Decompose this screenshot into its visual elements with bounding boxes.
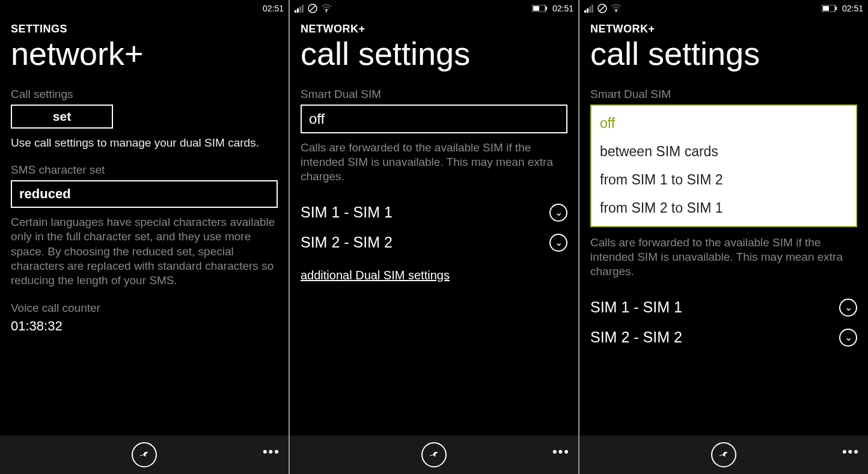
svg-point-6: [326, 11, 327, 12]
call-settings-label: Call settings: [11, 88, 278, 101]
page-title: network+: [11, 37, 278, 71]
content: NETWORK+ call settings Smart Dual SIM of…: [579, 17, 868, 436]
sms-charset-label: SMS character set: [11, 163, 278, 177]
smart-dual-sim-select[interactable]: off: [301, 105, 567, 133]
svg-rect-10: [584, 10, 586, 13]
sim1-label: SIM 1 - SIM 1: [590, 299, 682, 316]
dropdown-option-sim2to1[interactable]: from SIM 2 to SIM 1: [591, 194, 856, 222]
more-button[interactable]: •••: [842, 444, 860, 460]
svg-rect-13: [591, 5, 593, 13]
app-bar: •••: [0, 436, 289, 474]
svg-rect-12: [589, 7, 591, 13]
voice-counter-value: 01:38:32: [11, 318, 278, 334]
svg-rect-0: [295, 10, 296, 13]
eyebrow: SETTINGS: [11, 23, 278, 35]
svg-rect-19: [823, 6, 829, 11]
pin-icon: [718, 449, 730, 461]
svg-rect-3: [302, 5, 304, 13]
no-data-icon: [308, 4, 317, 13]
pin-icon: [428, 449, 440, 461]
dropdown-option-between[interactable]: between SIM cards: [591, 138, 856, 166]
chevron-down-icon: ⌄: [839, 299, 857, 317]
sim2-label: SIM 2 - SIM 2: [590, 329, 682, 346]
status-bar: 02:51: [290, 0, 578, 17]
svg-rect-1: [297, 8, 299, 13]
sim2-label: SIM 2 - SIM 2: [301, 234, 393, 251]
phone-screen-2: 02:51 NETWORK+ call settings Smart Dual …: [290, 0, 578, 474]
more-button[interactable]: •••: [263, 444, 280, 460]
status-icons: [295, 4, 332, 13]
svg-point-16: [616, 11, 617, 12]
page-title: call settings: [590, 37, 857, 71]
call-settings-desc: Use call settings to manage your dual SI…: [11, 136, 278, 150]
phone-screen-3: 02:51 NETWORK+ call settings Smart Dual …: [579, 0, 868, 474]
status-time: 02:51: [263, 4, 284, 13]
page-title: call settings: [301, 37, 567, 71]
pin-button[interactable]: [132, 442, 157, 467]
wifi-icon: [611, 4, 622, 13]
status-icons: [584, 4, 622, 13]
voice-counter-label: Voice call counter: [11, 302, 278, 315]
status-time: 02:51: [842, 4, 863, 13]
svg-rect-9: [533, 6, 539, 11]
battery-icon: [532, 5, 548, 12]
chevron-down-icon: ⌄: [549, 234, 567, 252]
sms-charset-select[interactable]: reduced: [11, 180, 278, 208]
app-bar: •••: [290, 436, 578, 474]
dropdown-option-off[interactable]: off: [591, 109, 856, 138]
smart-dual-sim-desc: Calls are forwarded to the available SIM…: [590, 235, 857, 279]
smart-dual-sim-dropdown: off between SIM cards from SIM 1 to SIM …: [590, 105, 857, 227]
sim2-row[interactable]: SIM 2 - SIM 2 ⌄: [590, 323, 857, 353]
dropdown-option-sim1to2[interactable]: from SIM 1 to SIM 2: [591, 166, 856, 194]
svg-rect-18: [836, 7, 837, 10]
wifi-icon: [321, 4, 332, 13]
svg-rect-2: [299, 7, 301, 13]
set-button[interactable]: set: [11, 105, 113, 129]
eyebrow: NETWORK+: [301, 23, 567, 35]
additional-settings-link[interactable]: additional Dual SIM settings: [301, 269, 450, 282]
smart-dual-sim-desc: Calls are forwarded to the available SIM…: [301, 141, 567, 184]
signal-icon: [584, 4, 594, 13]
no-data-icon: [598, 4, 607, 13]
smart-dual-sim-label: Smart Dual SIM: [301, 88, 567, 101]
svg-rect-8: [546, 7, 547, 10]
signal-icon: [295, 4, 304, 13]
status-bar: 02:51: [0, 0, 289, 17]
sim1-label: SIM 1 - SIM 1: [301, 204, 393, 221]
more-button[interactable]: •••: [552, 444, 570, 460]
chevron-down-icon: ⌄: [839, 329, 857, 347]
phone-screen-1: 02:51 SETTINGS network+ Call settings se…: [0, 0, 289, 474]
sms-charset-desc: Certain languages have special character…: [11, 215, 278, 288]
sim1-row[interactable]: SIM 1 - SIM 1 ⌄: [301, 198, 567, 228]
content: NETWORK+ call settings Smart Dual SIM of…: [290, 17, 578, 436]
pin-button[interactable]: [421, 442, 447, 467]
sim2-row[interactable]: SIM 2 - SIM 2 ⌄: [301, 228, 567, 258]
svg-rect-11: [587, 8, 588, 13]
content: SETTINGS network+ Call settings set Use …: [0, 17, 289, 436]
eyebrow: NETWORK+: [590, 23, 857, 35]
pin-icon: [138, 449, 150, 461]
status-bar: 02:51: [579, 0, 868, 17]
sim1-row[interactable]: SIM 1 - SIM 1 ⌄: [590, 293, 857, 323]
status-time: 02:51: [552, 4, 573, 13]
chevron-down-icon: ⌄: [549, 204, 567, 222]
app-bar: •••: [579, 436, 868, 474]
svg-line-15: [599, 5, 605, 11]
battery-icon: [822, 5, 837, 12]
smart-dual-sim-label: Smart Dual SIM: [590, 88, 857, 101]
svg-line-5: [310, 5, 316, 11]
pin-button[interactable]: [711, 442, 736, 467]
